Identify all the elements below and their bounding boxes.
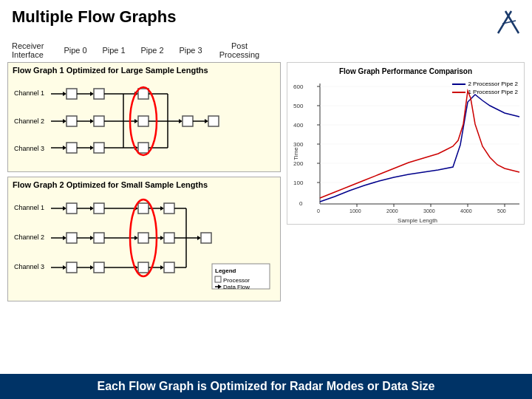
bottom-banner: Each Flow Graph is Optimized for Radar M… xyxy=(0,374,532,399)
svg-rect-69 xyxy=(138,233,149,243)
svg-text:1000: 1000 xyxy=(349,208,361,214)
svg-rect-16 xyxy=(66,116,77,126)
receiver-label: ReceiverInterface xyxy=(12,41,56,59)
svg-text:Data Flow: Data Flow xyxy=(223,284,250,290)
svg-text:Legend: Legend xyxy=(215,267,236,274)
svg-text:500: 500 xyxy=(293,103,304,109)
channel1-label-fg1: Channel 1 xyxy=(14,89,44,97)
pipe0-label: Pipe 0 xyxy=(56,46,95,55)
svg-rect-63 xyxy=(66,233,77,243)
svg-rect-45 xyxy=(208,116,219,126)
pipe3-label: Pipe 3 xyxy=(171,46,210,55)
svg-text:0: 0 xyxy=(299,200,303,207)
svg-rect-34 xyxy=(138,143,149,153)
svg-rect-29 xyxy=(94,143,104,153)
chart-title: Flow Graph Performance Comparison xyxy=(292,67,519,75)
svg-rect-5 xyxy=(66,89,77,99)
svg-text:400: 400 xyxy=(293,122,304,129)
svg-rect-66 xyxy=(94,233,104,243)
svg-rect-56 xyxy=(138,203,149,214)
svg-rect-72 xyxy=(164,233,174,243)
flow-graph-1: Flow Graph 1 Optimized for Large Sample … xyxy=(7,62,281,172)
legend-line-red xyxy=(452,92,466,93)
legend-line-blue xyxy=(452,83,466,85)
legend-item-red: 1 Processor Pipe 2 xyxy=(452,89,518,95)
flow-graph-2-title: Flow Graph 2 Optimized for Small Sample … xyxy=(13,180,276,189)
chart-legend: 2 Processor Pipe 2 1 Processor Pipe 2 xyxy=(452,81,518,97)
legend-label-red: 1 Processor Pipe 2 xyxy=(468,89,518,95)
svg-rect-90 xyxy=(138,262,149,273)
svg-text:200: 200 xyxy=(293,160,304,167)
svg-text:2000: 2000 xyxy=(386,208,398,214)
svg-text:4000: 4000 xyxy=(460,208,472,214)
svg-rect-59 xyxy=(164,203,174,214)
flow-graph-2: Flow Graph 2 Optimized for Small Sample … xyxy=(7,177,281,301)
svg-text:Time: Time xyxy=(293,147,299,160)
legend-item-blue: 2 Processor Pipe 2 xyxy=(452,81,518,87)
pipeline-labels: ReceiverInterface Pipe 0 Pipe 1 Pipe 2 P… xyxy=(0,41,532,59)
x-axis-label: Sample Length xyxy=(398,217,437,224)
svg-rect-8 xyxy=(94,89,104,99)
svg-rect-42 xyxy=(183,116,193,126)
left-panel: Flow Graph 1 Optimized for Large Sample … xyxy=(7,62,281,306)
svg-rect-87 xyxy=(94,262,104,273)
svg-text:500: 500 xyxy=(497,208,506,214)
svg-text:Processor: Processor xyxy=(223,277,250,284)
channel3-label-fg1: Channel 3 xyxy=(14,145,44,152)
svg-text:300: 300 xyxy=(293,141,304,148)
svg-text:600: 600 xyxy=(293,83,304,90)
svg-rect-13 xyxy=(138,89,149,99)
right-panel: Flow Graph Performance Comparison 2 Proc… xyxy=(287,62,525,306)
svg-rect-78 xyxy=(201,233,211,243)
svg-rect-26 xyxy=(66,143,77,153)
svg-rect-84 xyxy=(66,262,77,273)
chart-container: Flow Graph Performance Comparison 2 Proc… xyxy=(287,62,525,225)
header: Multiple Flow Graphs xyxy=(0,0,532,41)
channel2-label-fg1: Channel 2 xyxy=(14,117,44,125)
page-title: Multiple Flow Graphs xyxy=(12,7,176,27)
svg-text:Channel 2: Channel 2 xyxy=(14,233,44,241)
flow-graph-1-title: Flow Graph 1 Optimized for Large Sample … xyxy=(13,66,276,75)
svg-rect-50 xyxy=(66,203,77,214)
svg-rect-22 xyxy=(138,116,149,126)
svg-rect-93 xyxy=(164,262,174,273)
logo-icon xyxy=(483,7,520,37)
performance-chart: 600 500 400 300 200 100 0 0 1000 2000 xyxy=(292,80,521,224)
svg-text:0: 0 xyxy=(317,208,320,214)
legend-label-blue: 2 Processor Pipe 2 xyxy=(468,81,518,87)
svg-text:3000: 3000 xyxy=(423,208,435,214)
svg-text:Channel 1: Channel 1 xyxy=(14,204,44,211)
flow-graph-1-svg: Channel 1 Channel 2 xyxy=(13,79,275,164)
svg-text:Channel 3: Channel 3 xyxy=(14,263,44,270)
pipe2-label: Pipe 2 xyxy=(133,46,171,55)
svg-text:100: 100 xyxy=(293,180,304,186)
svg-rect-97 xyxy=(215,276,221,282)
post-label: PostProcessing xyxy=(210,41,269,59)
flow-graph-2-svg: Channel 1 Channel 2 xyxy=(13,194,275,293)
svg-rect-19 xyxy=(94,116,104,126)
svg-rect-53 xyxy=(94,203,104,214)
pipe1-label: Pipe 1 xyxy=(95,46,133,55)
main-content: Flow Graph 1 Optimized for Large Sample … xyxy=(0,62,532,306)
